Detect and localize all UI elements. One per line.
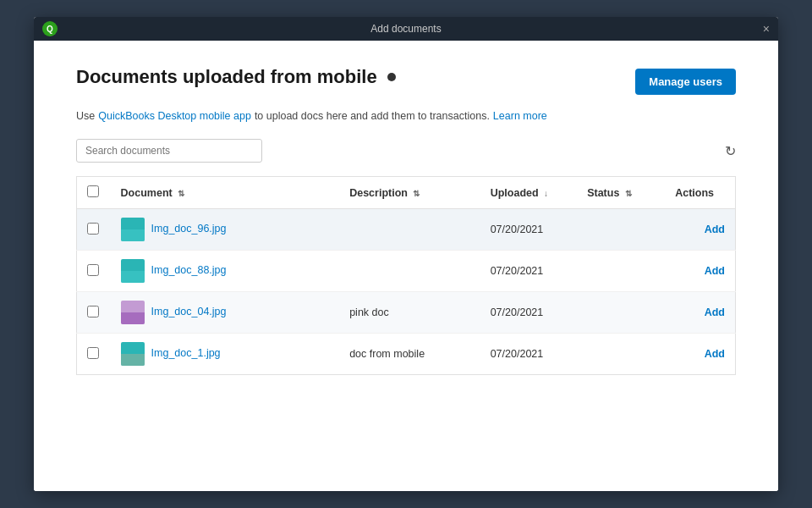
search-row: ↻ [76,139,736,163]
table-row: Img_doc_96.jpg07/20/2021Add [77,209,736,251]
select-all-checkbox[interactable] [87,185,99,197]
add-document-button[interactable]: Add [705,224,725,235]
sort-document-icon[interactable]: ⇅ [178,189,184,198]
subtitle-prefix: Use [76,110,95,122]
table-row: Img_doc_1.jpgdoc from mobile07/20/2021Ad… [77,334,736,375]
actions-cell: Add [665,292,735,334]
sort-uploaded-icon[interactable]: ↓ [544,189,548,198]
col-header-uploaded[interactable]: Uploaded ↓ [480,177,577,209]
col-header-check [77,177,111,209]
row-checkbox[interactable] [87,347,99,359]
status-cell [577,334,665,375]
content-area: Documents uploaded from mobile Manage us… [34,41,778,491]
doc-name-link[interactable]: Img_doc_96.jpg [151,223,227,235]
doc-name-link[interactable]: Img_doc_04.jpg [151,306,227,318]
window-title: Add documents [370,23,441,35]
doc-cell: Img_doc_88.jpg [111,251,340,292]
description-cell [339,209,480,251]
description-cell: pink doc [339,292,480,334]
col-header-document[interactable]: Document ⇅ [111,177,340,209]
svg-rect-7 [121,354,145,366]
add-document-button[interactable]: Add [705,265,725,277]
add-document-button[interactable]: Add [705,348,725,360]
sort-status-icon[interactable]: ⇅ [625,189,632,198]
refresh-icon: ↻ [725,144,736,158]
page-title: Documents uploaded from mobile [76,66,396,88]
documents-table: Document ⇅ Description ⇅ Uploaded ↓ Stat… [76,176,736,375]
learn-more-link[interactable]: Learn more [493,110,547,122]
app-logo: Q [42,21,58,36]
main-window: Q Add documents × Documents uploaded fro… [34,17,778,491]
actions-cell: Add [665,334,735,375]
row-checkbox[interactable] [87,306,99,318]
col-header-description[interactable]: Description ⇅ [339,177,480,209]
uploaded-cell: 07/20/2021 [480,209,577,251]
uploaded-cell: 07/20/2021 [480,251,577,292]
svg-rect-5 [121,312,145,324]
search-input[interactable] [76,139,262,163]
sort-description-icon[interactable]: ⇅ [413,189,420,198]
svg-rect-1 [121,229,145,241]
doc-thumbnail [121,259,145,283]
col-header-actions: Actions [665,177,735,209]
status-cell [577,251,665,292]
page-header: Documents uploaded from mobile Manage us… [76,66,736,97]
table-row: Img_doc_04.jpgpink doc07/20/2021Add [77,292,736,334]
row-checkbox[interactable] [87,223,99,235]
doc-thumbnail [121,301,145,324]
doc-name-link[interactable]: Img_doc_1.jpg [151,347,221,359]
manage-users-button[interactable]: Manage users [635,69,736,95]
status-cell [577,292,665,334]
status-cell [577,209,665,251]
uploaded-cell: 07/20/2021 [480,292,577,334]
doc-cell: Img_doc_96.jpg [111,209,340,251]
doc-thumbnail [121,218,145,241]
uploaded-cell: 07/20/2021 [480,334,577,375]
actions-cell: Add [665,251,735,292]
actions-cell: Add [665,209,735,251]
description-cell: doc from mobile [339,334,480,375]
doc-name-link[interactable]: Img_doc_88.jpg [151,264,227,276]
row-checkbox[interactable] [87,264,99,276]
doc-thumbnail [121,342,145,366]
svg-rect-3 [121,271,145,283]
status-dot [387,73,396,81]
add-document-button[interactable]: Add [705,306,725,318]
refresh-button[interactable]: ↻ [725,143,736,159]
doc-cell: Img_doc_04.jpg [111,292,340,334]
table-header-row: Document ⇅ Description ⇅ Uploaded ↓ Stat… [77,177,736,209]
col-header-status[interactable]: Status ⇅ [577,177,665,209]
doc-cell: Img_doc_1.jpg [111,334,340,375]
subtitle-middle: to upload docs here and add them to tran… [255,110,490,122]
table-row: Img_doc_88.jpg07/20/2021Add [77,251,736,292]
subtitle: Use QuickBooks Desktop mobile app to upl… [76,110,736,122]
close-button[interactable]: × [763,23,770,35]
description-cell [339,251,480,292]
quickbooks-mobile-link[interactable]: QuickBooks Desktop mobile app [98,110,251,122]
titlebar: Q Add documents × [34,17,778,41]
